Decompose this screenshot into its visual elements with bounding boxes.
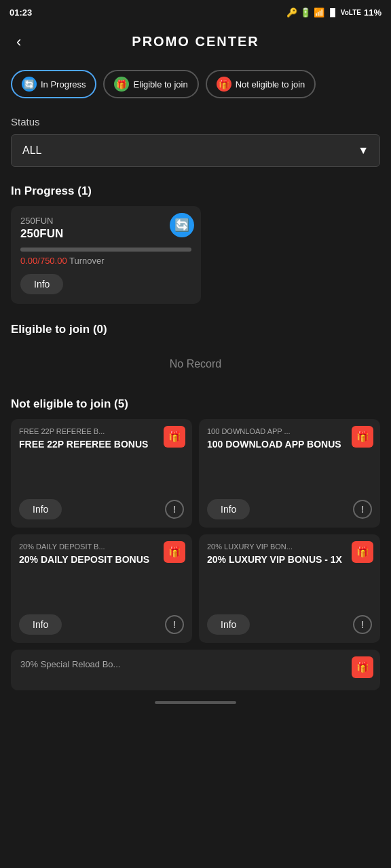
card-0-info-icon[interactable]: !: [165, 500, 184, 519]
card-1-icon: 🎁: [352, 426, 373, 448]
card-0-info-button[interactable]: Info: [19, 499, 62, 519]
in-progress-info-button[interactable]: Info: [20, 274, 63, 294]
time-display: 01:23: [10, 7, 32, 18]
status-icons: 🔑 🔋 📶 ▐▌ VoLTE 11%: [286, 7, 381, 18]
battery-icon: 🔋: [300, 7, 311, 18]
card-sub-label: 250FUN: [20, 216, 191, 226]
card-3-info-button[interactable]: Info: [207, 614, 250, 635]
in-progress-card-icon: 🔄: [170, 213, 194, 237]
not-eligible-icon: 🎁: [217, 77, 231, 92]
card-0-bottom: Info !: [19, 499, 184, 519]
in-progress-heading: In Progress (1): [0, 171, 391, 206]
card-2-icon: 🎁: [164, 541, 185, 563]
dropdown-value: ALL: [22, 144, 41, 157]
progress-bar-bg: [20, 248, 191, 252]
status-time: 01:23: [10, 7, 32, 18]
tab-eligible[interactable]: 🎁 Eligible to join: [103, 70, 198, 98]
card-2-info-icon[interactable]: !: [165, 615, 184, 634]
wifi-icon: 📶: [314, 7, 324, 18]
no-record-text: No Record: [0, 344, 391, 384]
card-3-bottom: Info !: [207, 614, 372, 635]
eligible-icon: 🎁: [114, 77, 129, 92]
turnover-label: Turnover: [69, 256, 105, 266]
not-eligible-heading: Not eligible to join (5): [0, 384, 391, 419]
partial-card-sublabel: 30% Special Reload Bo...: [20, 659, 371, 669]
back-button[interactable]: ‹: [11, 31, 26, 54]
not-eligible-card-1: 🎁 100 DOWNLOAD APP ... 100 DOWNLOAD APP …: [199, 419, 380, 528]
chevron-down-icon: ▼: [358, 144, 369, 157]
card-1-info-button[interactable]: Info: [207, 499, 250, 519]
card-1-title: 100 DOWNLOAD APP BONUS: [207, 438, 372, 450]
signal-icon: ▐▌: [327, 8, 338, 16]
card-2-bottom: Info !: [19, 614, 184, 635]
card-0-icon: 🎁: [164, 426, 185, 448]
turnover-current: 0.00/750.00: [20, 256, 67, 266]
tab-in-progress[interactable]: 🔄 In Progress: [11, 70, 96, 98]
card-0-sublabel: FREE 22P REFEREE B...: [19, 427, 184, 435]
card-3-icon: 🎁: [352, 541, 373, 563]
card-1-sublabel: 100 DOWNLOAD APP ...: [207, 427, 372, 435]
tab-not-eligible-label: Not eligible to join: [236, 79, 305, 90]
card-3-title: 20% LUXURY VIP BONUS - 1X: [207, 553, 372, 566]
not-eligible-card-3: 🎁 20% LUXURY VIP BON... 20% LUXURY VIP B…: [199, 534, 380, 643]
filter-tabs: 🔄 In Progress 🎁 Eligible to join 🎁 Not e…: [0, 59, 391, 109]
card-1-bottom: Info !: [207, 499, 372, 519]
status-label: Status: [11, 116, 380, 127]
card-2-sublabel: 20% DAILY DEPOSIT B...: [19, 542, 184, 551]
card-2-info-button[interactable]: Info: [19, 614, 62, 635]
card-3-sublabel: 20% LUXURY VIP BON...: [207, 542, 372, 551]
page-title: PROMO CENTER: [132, 34, 259, 50]
page-header: ‹ PROMO CENTER: [0, 24, 391, 59]
battery-percent: 11%: [364, 7, 381, 18]
status-bar: 01:23 🔑 🔋 📶 ▐▌ VoLTE 11%: [0, 0, 391, 24]
card-title: 250FUN: [20, 227, 191, 241]
bottom-indicator: [0, 690, 391, 715]
partial-card: 🎁 30% Special Reload Bo...: [11, 650, 380, 690]
bottom-bar: [155, 701, 236, 704]
card-0-title: FREE 22P REFEREE BONUS: [19, 438, 184, 450]
key-icon: 🔑: [286, 7, 297, 18]
in-progress-icon: 🔄: [22, 77, 37, 92]
tab-not-eligible[interactable]: 🎁 Not eligible to join: [206, 70, 316, 98]
volte-label: VoLTE: [341, 9, 361, 16]
status-section: Status ALL ▼: [0, 109, 391, 171]
not-eligible-grid: 🎁 FREE 22P REFEREE B... FREE 22P REFEREE…: [0, 419, 391, 643]
card-1-info-icon[interactable]: !: [353, 500, 372, 519]
status-dropdown[interactable]: ALL ▼: [11, 134, 380, 167]
not-eligible-card-2: 🎁 20% DAILY DEPOSIT B... 20% DAILY DEPOS…: [11, 534, 192, 643]
tab-eligible-label: Eligible to join: [133, 79, 187, 90]
card-2-title: 20% DAILY DEPOSIT BONUS: [19, 553, 184, 566]
in-progress-card-0: 🔄 250FUN 250FUN 0.00/750.00 Turnover Inf…: [11, 206, 201, 304]
not-eligible-card-0: 🎁 FREE 22P REFEREE B... FREE 22P REFEREE…: [11, 419, 192, 528]
turnover-text: 0.00/750.00 Turnover: [20, 256, 191, 266]
card-3-info-icon[interactable]: !: [353, 615, 372, 634]
tab-in-progress-label: In Progress: [41, 79, 86, 90]
eligible-heading: Eligible to join (0): [0, 309, 391, 344]
partial-card-icon: 🎁: [352, 656, 373, 678]
